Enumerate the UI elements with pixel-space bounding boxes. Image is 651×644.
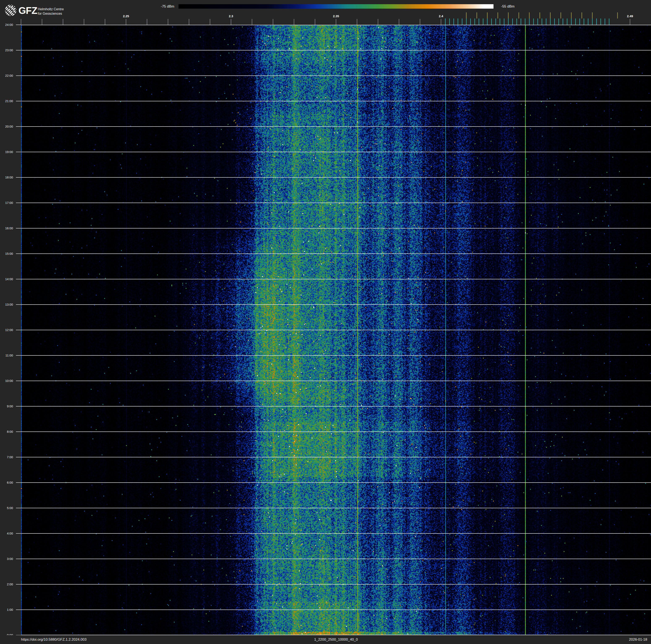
time-axis-tick <box>16 533 21 534</box>
time-axis-tick <box>16 559 21 559</box>
wifi-channel-tick <box>519 12 519 19</box>
freq-tick-minor <box>42 19 42 25</box>
time-axis-label: 1:00 <box>0 608 13 612</box>
ble-channel-tick <box>588 19 588 25</box>
freq-tick-minor <box>336 19 336 25</box>
wifi-channel-tick <box>508 12 508 19</box>
freq-tick-minor <box>630 19 630 25</box>
ble-channel-tick <box>529 19 530 25</box>
ble-channel-tick <box>600 19 601 25</box>
ble-channel-tick <box>550 19 551 25</box>
ble-channel-tick <box>474 19 475 25</box>
freq-tick-minor <box>441 19 441 25</box>
ble-channel-tick <box>462 19 462 25</box>
time-axis-tick <box>16 508 21 508</box>
ble-channel-tick <box>596 19 597 25</box>
time-axis-label: 6:00 <box>0 480 13 485</box>
freq-tick-minor <box>378 19 378 25</box>
wifi-channel-tick <box>497 12 498 19</box>
time-axis-tick <box>16 279 21 279</box>
ble-channel-tick <box>470 19 471 25</box>
wifi-channel-tick <box>592 12 593 19</box>
time-axis-label: 16:00 <box>0 226 13 231</box>
freq-tick-minor <box>63 19 63 25</box>
time-axis-tick <box>16 406 21 407</box>
footer-doi-link[interactable]: https://doi.org/10.5880/GFZ.1.2.2024.003 <box>21 635 87 644</box>
footer-date: 2026-01-18 <box>629 635 647 644</box>
ble-channel-tick <box>558 19 559 25</box>
ble-channel-tick <box>541 19 542 25</box>
ble-channel-tick <box>592 19 593 25</box>
freq-tick-minor <box>357 19 357 25</box>
freq-tick-minor <box>315 19 315 25</box>
time-axis-tick <box>16 203 21 203</box>
footer-bar: https://doi.org/10.5880/GFZ.1.2.2024.003… <box>0 635 651 644</box>
time-axis-tick <box>16 432 21 432</box>
time-axis-label: 7:00 <box>0 455 13 460</box>
time-axis-tick <box>16 50 21 51</box>
ble-channel-tick <box>495 19 496 25</box>
time-axis-label: 17:00 <box>0 201 13 205</box>
ble-channel-tick <box>575 19 576 25</box>
time-axis-label: 24:00 <box>0 23 13 27</box>
ble-channel-tick <box>567 19 567 25</box>
time-axis-label: 15:00 <box>0 252 13 256</box>
ble-channel-tick <box>563 19 563 25</box>
time-axis-tick <box>16 482 21 483</box>
freq-tick-minor <box>399 19 399 25</box>
freq-tick-minor <box>126 19 126 25</box>
time-axis: 24:0023:0022:0021:0020:0019:0018:0017:00… <box>0 0 21 644</box>
wifi-channel-tick <box>617 12 618 19</box>
time-axis-label: 20:00 <box>0 124 13 129</box>
ble-channel-tick <box>487 19 488 25</box>
ble-channel-tick <box>571 19 571 25</box>
freq-tick-minor <box>147 19 147 25</box>
ble-channel-tick <box>579 19 580 25</box>
footer-dataset-name: 1_2200_2500_10000_40_0 <box>314 635 358 644</box>
time-axis-label: 18:00 <box>0 175 13 180</box>
spectrogram-page: GFZ Helmholtz Centre for Geosciences -75… <box>0 0 651 644</box>
spectrogram-canvas <box>21 25 651 635</box>
time-axis-label: 14:00 <box>0 277 13 282</box>
time-axis-tick <box>16 152 21 152</box>
time-axis-label: 21:00 <box>0 99 13 104</box>
time-axis-label: 22:00 <box>0 74 13 78</box>
freq-tick-minor <box>105 19 105 25</box>
ble-channel-tick <box>512 19 513 25</box>
ble-channel-tick <box>454 19 454 25</box>
ble-channel-tick <box>491 19 492 25</box>
time-axis-tick <box>16 177 21 178</box>
ble-channel-tick <box>449 19 450 25</box>
ble-channel-tick <box>525 19 525 25</box>
time-axis-label: 13:00 <box>0 302 13 307</box>
time-axis-label: 23:00 <box>0 48 13 53</box>
freq-axis-label: 2.3 <box>229 14 233 19</box>
ble-channel-tick <box>533 19 534 25</box>
time-axis-tick <box>16 381 21 381</box>
ble-channel-tick <box>546 19 547 25</box>
time-axis-tick <box>16 355 21 356</box>
freq-axis-label: 2.49 <box>627 14 633 19</box>
wifi-channel-tick <box>560 12 561 19</box>
wifi-channel-tick <box>550 12 551 19</box>
time-axis-tick <box>16 101 21 101</box>
time-axis-tick <box>16 304 21 305</box>
ble-channel-tick <box>500 19 500 25</box>
wifi-channel-tick <box>582 12 582 19</box>
time-axis-label: 11:00 <box>0 353 13 358</box>
freq-tick-minor <box>210 19 210 25</box>
time-axis-label: 10:00 <box>0 379 13 383</box>
time-axis-tick <box>16 25 21 25</box>
ble-channel-tick <box>478 19 479 25</box>
freq-tick-minor <box>294 19 294 25</box>
ble-channel-tick <box>508 19 508 25</box>
time-axis-tick <box>16 254 21 254</box>
ble-channel-tick <box>554 19 555 25</box>
time-axis-tick <box>16 330 21 330</box>
ble-channel-tick <box>609 19 610 25</box>
ble-channel-tick <box>466 19 467 25</box>
ble-channel-tick <box>504 19 504 25</box>
time-axis-tick <box>16 457 21 457</box>
wifi-channel-tick <box>476 12 477 19</box>
ble-channel-tick <box>604 19 605 25</box>
